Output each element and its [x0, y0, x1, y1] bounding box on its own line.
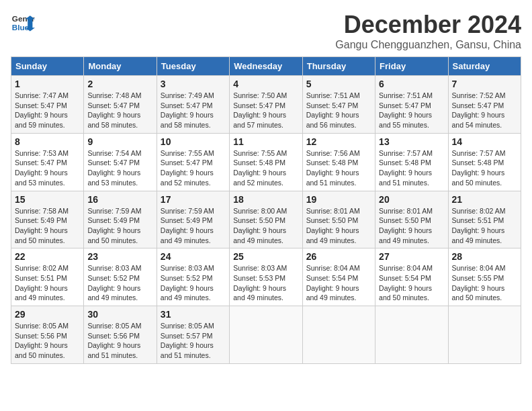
day-cell: 11Sunrise: 7:55 AM Sunset: 5:48 PM Dayli…: [230, 133, 302, 191]
day-cell: 2Sunrise: 7:48 AM Sunset: 5:47 PM Daylig…: [84, 76, 157, 134]
day-number: 6: [379, 79, 444, 89]
day-cell: 7Sunrise: 7:52 AM Sunset: 5:47 PM Daylig…: [448, 76, 521, 134]
day-cell: 26Sunrise: 8:04 AM Sunset: 5:54 PM Dayli…: [302, 248, 375, 306]
day-number: 11: [233, 136, 298, 147]
day-info: Sunrise: 8:01 AM Sunset: 5:50 PM Dayligh…: [306, 206, 371, 246]
day-cell: 16Sunrise: 7:59 AM Sunset: 5:49 PM Dayli…: [84, 191, 157, 248]
day-cell: 25Sunrise: 8:03 AM Sunset: 5:53 PM Dayli…: [230, 248, 302, 306]
day-info: Sunrise: 8:05 AM Sunset: 5:56 PM Dayligh…: [87, 321, 152, 361]
logo-icon: General Blue: [11, 11, 35, 35]
month-title: December 2024: [335, 11, 521, 39]
day-info: Sunrise: 7:50 AM Sunset: 5:47 PM Dayligh…: [233, 91, 298, 130]
day-number: 9: [87, 136, 152, 147]
column-header-thursday: Thursday: [302, 57, 375, 76]
week-row-4: 22Sunrise: 8:02 AM Sunset: 5:51 PM Dayli…: [11, 248, 521, 306]
day-number: 30: [87, 309, 152, 320]
day-number: 5: [306, 79, 371, 89]
day-number: 19: [306, 194, 371, 205]
day-cell: 18Sunrise: 8:00 AM Sunset: 5:50 PM Dayli…: [230, 191, 302, 248]
week-row-5: 29Sunrise: 8:05 AM Sunset: 5:56 PM Dayli…: [11, 306, 521, 364]
day-info: Sunrise: 7:52 AM Sunset: 5:47 PM Dayligh…: [452, 91, 517, 130]
day-cell: [230, 306, 302, 364]
title-area: December 2024 Gangu Chengguanzhen, Gansu…: [335, 11, 521, 51]
column-header-monday: Monday: [84, 57, 157, 76]
day-number: 7: [452, 79, 517, 89]
day-info: Sunrise: 8:03 AM Sunset: 5:52 PM Dayligh…: [161, 263, 226, 303]
svg-text:Blue: Blue: [12, 23, 30, 32]
day-info: Sunrise: 7:47 AM Sunset: 5:47 PM Dayligh…: [15, 91, 80, 130]
day-cell: 6Sunrise: 7:51 AM Sunset: 5:47 PM Daylig…: [375, 76, 448, 134]
day-number: 22: [15, 251, 80, 262]
day-number: 31: [161, 309, 226, 320]
day-info: Sunrise: 8:04 AM Sunset: 5:54 PM Dayligh…: [306, 263, 371, 303]
day-cell: 1Sunrise: 7:47 AM Sunset: 5:47 PM Daylig…: [11, 76, 84, 134]
header: General Blue December 2024 Gangu Chenggu…: [11, 11, 521, 51]
day-number: 27: [379, 251, 444, 262]
day-info: Sunrise: 7:55 AM Sunset: 5:48 PM Dayligh…: [233, 148, 298, 188]
day-cell: 23Sunrise: 8:03 AM Sunset: 5:52 PM Dayli…: [84, 248, 157, 306]
day-cell: 15Sunrise: 7:58 AM Sunset: 5:49 PM Dayli…: [11, 191, 84, 248]
day-number: 18: [233, 194, 298, 205]
day-cell: 31Sunrise: 8:05 AM Sunset: 5:57 PM Dayli…: [157, 306, 229, 364]
day-info: Sunrise: 8:03 AM Sunset: 5:52 PM Dayligh…: [87, 263, 152, 303]
location-title: Gangu Chengguanzhen, Gansu, China: [335, 39, 521, 51]
day-number: 20: [379, 194, 444, 205]
day-cell: 28Sunrise: 8:04 AM Sunset: 5:55 PM Dayli…: [448, 248, 521, 306]
day-number: 10: [161, 136, 226, 147]
day-info: Sunrise: 8:03 AM Sunset: 5:53 PM Dayligh…: [233, 263, 298, 303]
day-info: Sunrise: 7:57 AM Sunset: 5:48 PM Dayligh…: [452, 148, 517, 188]
day-cell: 29Sunrise: 8:05 AM Sunset: 5:56 PM Dayli…: [11, 306, 84, 364]
day-number: 2: [87, 79, 152, 89]
day-cell: 5Sunrise: 7:51 AM Sunset: 5:47 PM Daylig…: [302, 76, 375, 134]
day-info: Sunrise: 8:02 AM Sunset: 5:51 PM Dayligh…: [15, 263, 80, 303]
day-number: 28: [452, 251, 517, 262]
day-cell: [302, 306, 375, 364]
week-row-1: 1Sunrise: 7:47 AM Sunset: 5:47 PM Daylig…: [11, 76, 521, 134]
day-info: Sunrise: 7:49 AM Sunset: 5:47 PM Dayligh…: [161, 91, 226, 130]
day-info: Sunrise: 8:02 AM Sunset: 5:51 PM Dayligh…: [452, 206, 517, 246]
day-cell: 3Sunrise: 7:49 AM Sunset: 5:47 PM Daylig…: [157, 76, 229, 134]
day-number: 14: [452, 136, 517, 147]
day-info: Sunrise: 7:56 AM Sunset: 5:48 PM Dayligh…: [306, 148, 371, 188]
day-info: Sunrise: 7:54 AM Sunset: 5:47 PM Dayligh…: [87, 148, 152, 188]
day-info: Sunrise: 7:53 AM Sunset: 5:47 PM Dayligh…: [15, 148, 80, 188]
column-header-wednesday: Wednesday: [230, 57, 302, 76]
day-cell: 9Sunrise: 7:54 AM Sunset: 5:47 PM Daylig…: [84, 133, 157, 191]
day-number: 23: [87, 251, 152, 262]
day-cell: 10Sunrise: 7:55 AM Sunset: 5:47 PM Dayli…: [157, 133, 229, 191]
column-header-saturday: Saturday: [448, 57, 521, 76]
day-number: 3: [161, 79, 226, 89]
week-row-3: 15Sunrise: 7:58 AM Sunset: 5:49 PM Dayli…: [11, 191, 521, 248]
calendar-table: SundayMondayTuesdayWednesdayThursdayFrid…: [11, 56, 521, 364]
day-cell: 30Sunrise: 8:05 AM Sunset: 5:56 PM Dayli…: [84, 306, 157, 364]
day-number: 1: [15, 79, 80, 89]
day-cell: 21Sunrise: 8:02 AM Sunset: 5:51 PM Dayli…: [448, 191, 521, 248]
header-row: SundayMondayTuesdayWednesdayThursdayFrid…: [11, 57, 521, 76]
day-info: Sunrise: 8:05 AM Sunset: 5:56 PM Dayligh…: [15, 321, 80, 361]
day-number: 16: [87, 194, 152, 205]
day-info: Sunrise: 7:51 AM Sunset: 5:47 PM Dayligh…: [306, 91, 371, 130]
day-number: 17: [161, 194, 226, 205]
day-cell: 17Sunrise: 7:59 AM Sunset: 5:49 PM Dayli…: [157, 191, 229, 248]
logo: General Blue: [11, 11, 35, 35]
day-number: 15: [15, 194, 80, 205]
day-number: 29: [15, 309, 80, 320]
day-info: Sunrise: 7:57 AM Sunset: 5:48 PM Dayligh…: [379, 148, 444, 188]
day-number: 13: [379, 136, 444, 147]
day-number: 25: [233, 251, 298, 262]
day-info: Sunrise: 7:59 AM Sunset: 5:49 PM Dayligh…: [161, 206, 226, 246]
day-cell: 8Sunrise: 7:53 AM Sunset: 5:47 PM Daylig…: [11, 133, 84, 191]
day-number: 8: [15, 136, 80, 147]
day-info: Sunrise: 7:59 AM Sunset: 5:49 PM Dayligh…: [87, 206, 152, 246]
day-info: Sunrise: 8:04 AM Sunset: 5:54 PM Dayligh…: [379, 263, 444, 303]
day-number: 26: [306, 251, 371, 262]
day-info: Sunrise: 8:04 AM Sunset: 5:55 PM Dayligh…: [452, 263, 517, 303]
day-cell: 14Sunrise: 7:57 AM Sunset: 5:48 PM Dayli…: [448, 133, 521, 191]
day-info: Sunrise: 8:05 AM Sunset: 5:57 PM Dayligh…: [161, 321, 226, 361]
day-info: Sunrise: 8:01 AM Sunset: 5:50 PM Dayligh…: [379, 206, 444, 246]
day-info: Sunrise: 7:51 AM Sunset: 5:47 PM Dayligh…: [379, 91, 444, 130]
column-header-tuesday: Tuesday: [157, 57, 229, 76]
day-info: Sunrise: 7:58 AM Sunset: 5:49 PM Dayligh…: [15, 206, 80, 246]
day-cell: 22Sunrise: 8:02 AM Sunset: 5:51 PM Dayli…: [11, 248, 84, 306]
day-number: 21: [452, 194, 517, 205]
